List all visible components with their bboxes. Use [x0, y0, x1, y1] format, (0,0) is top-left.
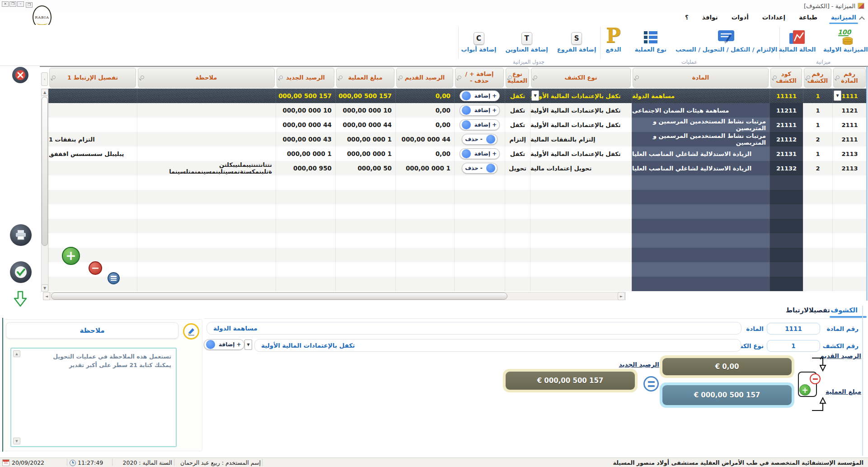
export-down-arrow-button[interactable]: [11, 290, 30, 308]
close-window-icon[interactable]: ×: [2, 1, 9, 7]
note-textarea[interactable]: ▲ ▼ تستعمل هذه الملاحظة في عمليات التحوي…: [10, 348, 177, 447]
add-toggle[interactable]: إضافة +: [460, 105, 500, 116]
restore-window-icon[interactable]: ❒: [9, 1, 16, 7]
empty-table-row[interactable]: [48, 190, 867, 204]
column-header-kashf[interactable]: رقم الكشف: [804, 68, 831, 88]
table-cell-toggle[interactable]: حذف -: [454, 132, 505, 146]
article-number-field[interactable]: 1111: [767, 323, 820, 335]
child-restore-icon[interactable]: ❒: [26, 2, 33, 8]
header-corner-button[interactable]: ‹: [41, 72, 48, 86]
column-header-num[interactable]: رقم المادة: [833, 68, 866, 88]
toolbar-item-initial-budget[interactable]: 100 الميزانية الاولية: [824, 27, 867, 53]
column-header-toggle[interactable]: إضافة + / حذف -: [455, 68, 504, 88]
column-header-op[interactable]: نوع العملية: [506, 68, 529, 88]
delete-toggle[interactable]: حذف -: [462, 134, 497, 145]
minimize-window-icon[interactable]: –: [17, 1, 24, 7]
status-separator: [67, 459, 67, 466]
vertical-scrollbar-thumb[interactable]: [42, 97, 48, 246]
menu-item-tools[interactable]: أدوات: [732, 14, 749, 21]
toolbar-item-add-chapters[interactable]: C إضافة أبواب: [461, 27, 497, 53]
note-scroll-down-icon[interactable]: ▼: [13, 438, 20, 444]
note-scroll-up-icon[interactable]: ▲: [13, 350, 20, 357]
table-cell-toggle[interactable]: إضافة +: [454, 89, 505, 103]
column-header-mada[interactable]: المادة: [633, 68, 769, 88]
table-cell-toggle[interactable]: إضافة +: [454, 103, 505, 118]
cell-dropdown-icon[interactable]: ▼: [531, 90, 539, 101]
column-header-note[interactable]: ملاحظة: [138, 68, 275, 88]
validate-button[interactable]: [10, 261, 32, 283]
column-header-new_[interactable]: الرصيد الجديد: [277, 68, 334, 88]
empty-table-row[interactable]: [48, 219, 867, 233]
column-header-old[interactable]: الرصيد القديم: [396, 68, 453, 88]
sheet-type-field[interactable]: تكفل بالإعتمادات المالية الأولية: [254, 339, 741, 352]
toolbar-item-operation-type[interactable]: نوع العملية: [635, 27, 666, 53]
toolbar-item-financial-status[interactable]: الحالة المالية: [779, 27, 815, 53]
toolbar-item-commitment[interactable]: الإلتزام / التكفل / التحويل / السحب: [676, 27, 777, 53]
table-cell-op: [505, 219, 530, 233]
empty-table-row[interactable]: [48, 175, 867, 190]
cell-dropdown-icon[interactable]: ▼: [834, 90, 841, 101]
empty-table-row[interactable]: [48, 204, 867, 219]
window-title: الميزانية - [الكشوف]: [804, 3, 855, 9]
scroll-left-icon[interactable]: ◄: [43, 292, 50, 300]
table-cell-num: 2111: [832, 132, 867, 146]
table-cell-note: [137, 204, 276, 219]
table-row[interactable]: 1121111211مساهمة هيئات الضمان الاجتماعىت…: [48, 103, 867, 118]
svg-text:100: 100: [838, 28, 851, 36]
add-toggle[interactable]: إضافة +: [460, 119, 500, 130]
sheet-number-field[interactable]: 1: [767, 340, 820, 352]
menu-item-print[interactable]: طباعة: [799, 14, 817, 21]
add-row-button[interactable]: +: [62, 247, 80, 265]
toolbar-item-add-titles[interactable]: T إضافة العناوين: [505, 27, 548, 53]
toolbar-item-payment[interactable]: P الدفع: [601, 27, 626, 53]
print-button[interactable]: [10, 224, 32, 246]
table-cell-toggle[interactable]: إضافة +: [454, 146, 505, 161]
payment-p-icon: P: [606, 27, 621, 45]
toggle-knob-icon: [486, 135, 495, 144]
grid-small-button[interactable]: [108, 272, 120, 284]
empty-table-row[interactable]: [48, 262, 867, 277]
tab-sheets[interactable]: الكشوف: [830, 307, 858, 314]
table-row[interactable]: 2113221132الزيادة الاستدلالية لشاغلي الم…: [48, 161, 867, 175]
tab-linkage-detail[interactable]: تفصيلالارتباط: [786, 307, 830, 314]
column-header-detail[interactable]: تفصيل الإرتباط 1: [49, 68, 136, 88]
menu-item-budget[interactable]: الميزانية: [831, 14, 856, 21]
remove-row-button[interactable]: −: [89, 261, 102, 275]
table-cell-toggle[interactable]: حذف -: [454, 161, 505, 175]
table-row[interactable]: 1111▼111111مساهمة الدولةتكفل بالإعتمادات…: [48, 89, 867, 103]
delete-toggle[interactable]: حذف -: [462, 163, 497, 174]
empty-table-row[interactable]: [48, 233, 867, 248]
article-value-field[interactable]: مساهمة الدولة: [206, 322, 741, 335]
table-cell-amount: [335, 219, 395, 233]
table-cell-code: [769, 190, 803, 204]
table-row[interactable]: 2111221112مرتبات نشاط المستخدمين المرسمي…: [48, 132, 867, 146]
edit-note-button[interactable]: [183, 323, 199, 340]
table-cell-toggle[interactable]: إضافة +: [454, 118, 505, 132]
close-red-button[interactable]: [12, 67, 28, 83]
column-header-amount[interactable]: مبلغ العملية: [336, 68, 394, 88]
menu-item-settings[interactable]: إعدادات: [762, 14, 785, 21]
table-row[interactable]: 2113121131الزيادة الاستدلالية لشاغلي الم…: [48, 146, 867, 161]
horizontal-scrollbar-thumb[interactable]: [51, 292, 507, 300]
sheet-type-dropdown-icon[interactable]: ▼: [244, 340, 252, 350]
add-toggle[interactable]: إضافة +: [460, 148, 500, 159]
column-header-type[interactable]: نوع الكشف: [531, 68, 631, 88]
toolbar-item-add-branches[interactable]: S إضافة الفروع: [557, 27, 596, 53]
toggle-knob-icon: [462, 106, 471, 115]
empty-table-row[interactable]: [48, 248, 867, 262]
chevron-up-icon[interactable]: [859, 15, 864, 20]
table-row[interactable]: 2111121111مرتبات نشاط المستخدمين المرسمي…: [48, 118, 867, 132]
scroll-right-icon[interactable]: ►: [618, 292, 625, 300]
scroll-down-icon[interactable]: ▼: [41, 284, 48, 292]
form-add-toggle[interactable]: إضافة +: [204, 339, 244, 350]
table-cell-code: [769, 219, 803, 233]
menu-item-help[interactable]: ؟: [685, 14, 689, 21]
table-cell-detail: [48, 233, 137, 248]
menu-item-windows[interactable]: نوافذ: [702, 14, 718, 21]
empty-table-row[interactable]: [48, 277, 867, 291]
add-toggle[interactable]: إضافة +: [460, 90, 500, 101]
table-cell-amount: 000,00 000 1: [335, 132, 395, 146]
scroll-up-icon[interactable]: ▲: [41, 89, 48, 96]
title-bar: × ❒ – ❒ الميزانية - [الكشوف]: [0, 0, 868, 12]
column-header-code[interactable]: كود الكشف: [770, 68, 802, 88]
